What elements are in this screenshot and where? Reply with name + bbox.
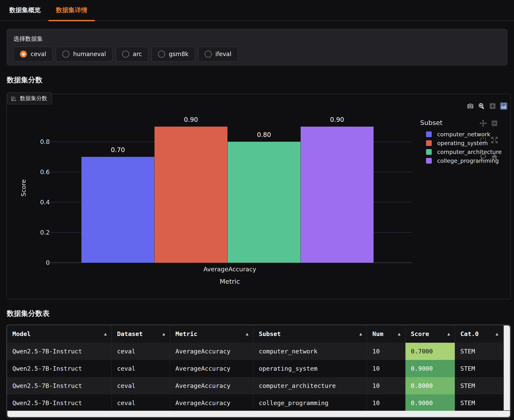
sort-arrow-icon[interactable]: ▲ bbox=[398, 331, 401, 337]
cell-score: 0.9000 bbox=[405, 394, 455, 412]
score-plot-panel: 数据集分数 bbox=[7, 94, 511, 299]
legend-item-computer_network[interactable]: computer_network bbox=[420, 130, 514, 139]
camera-icon[interactable] bbox=[466, 102, 474, 110]
cell-subset: operating_system bbox=[253, 360, 367, 377]
zoom-in-icon[interactable] bbox=[489, 102, 497, 110]
bar-value-label: 0.90 bbox=[301, 116, 373, 123]
radio-option-label: arc bbox=[133, 51, 142, 58]
cell-subset: computer_network bbox=[253, 343, 367, 360]
table-vertical-scrollbar[interactable] bbox=[504, 325, 510, 410]
radio-option-arc[interactable]: arc bbox=[116, 47, 149, 61]
sort-arrow-icon[interactable]: ▲ bbox=[246, 331, 249, 337]
plot-modebar bbox=[466, 102, 508, 110]
dataset-selector-panel: 选择数据集 cevalhumanevalarcgsm8kifeval bbox=[7, 29, 507, 66]
y-tick-label: 0.6 bbox=[30, 168, 50, 176]
legend-swatch bbox=[426, 140, 432, 146]
column-header-subset[interactable]: Subset▲ bbox=[253, 325, 367, 343]
cell-dataset: ceval bbox=[112, 360, 170, 377]
cell-metric: AverageAccuracy bbox=[170, 343, 253, 360]
cell-score: 0.8000 bbox=[405, 377, 455, 394]
column-header-cat0[interactable]: Cat.0▲ bbox=[455, 325, 503, 343]
column-header-label: Num bbox=[372, 330, 383, 338]
sort-arrow-icon[interactable]: ▲ bbox=[163, 331, 165, 337]
cell-metric: AverageAccuracy bbox=[170, 360, 253, 377]
legend-item-college_programming[interactable]: college_programming bbox=[420, 156, 514, 165]
bar-value-label: 0.80 bbox=[228, 131, 300, 138]
radio-option-ceval[interactable]: ceval bbox=[14, 47, 53, 61]
table-header-row: Model▲Dataset▲Metric▲Subset▲Num▲Score▲Ca… bbox=[7, 325, 503, 343]
y-axis-title: Score bbox=[20, 167, 27, 209]
zoom-box-icon[interactable] bbox=[477, 102, 485, 110]
radio-option-label: ifeval bbox=[216, 51, 231, 58]
cell-model: Qwen2.5-7B-Instruct bbox=[7, 394, 112, 412]
bar-college_programming bbox=[301, 127, 373, 263]
radio-option-ifeval[interactable]: ifeval bbox=[198, 47, 238, 61]
radio-circle-icon bbox=[20, 51, 27, 58]
y-tick-label: 0.8 bbox=[30, 138, 50, 146]
sort-arrow-icon[interactable]: ▲ bbox=[359, 331, 362, 337]
column-header-label: Score bbox=[411, 330, 429, 338]
chart-settings-icon[interactable] bbox=[500, 102, 508, 110]
column-header-dataset[interactable]: Dataset▲ bbox=[112, 325, 170, 343]
table-row: Qwen2.5-7B-InstructcevalAverageAccuracyc… bbox=[7, 394, 503, 412]
cell-num: 10 bbox=[367, 343, 405, 360]
radio-circle-icon bbox=[62, 51, 69, 58]
column-header-label: Metric bbox=[176, 330, 198, 338]
sort-arrow-icon[interactable]: ▲ bbox=[447, 331, 450, 337]
cell-num: 10 bbox=[367, 394, 405, 412]
legend-items: computer_networkoperating_systemcomputer… bbox=[420, 130, 514, 165]
cell-cat0: STEM bbox=[455, 343, 503, 360]
legend-item-label: computer_architecture bbox=[437, 149, 502, 155]
score-section-heading: 数据集分数 bbox=[7, 75, 42, 85]
sort-arrow-icon[interactable]: ▲ bbox=[496, 331, 499, 337]
radio-dot bbox=[22, 53, 25, 55]
legend-swatch bbox=[426, 158, 432, 164]
table-section-heading: 数据集分数表 bbox=[7, 309, 50, 318]
cell-dataset: ceval bbox=[112, 343, 170, 360]
cell-metric: AverageAccuracy bbox=[170, 377, 253, 394]
legend-swatch bbox=[426, 131, 432, 137]
legend-item-label: operating_system bbox=[437, 140, 488, 146]
cell-cat0: STEM bbox=[455, 360, 503, 377]
radio-circle-icon bbox=[158, 51, 165, 58]
table-row: Qwen2.5-7B-InstructcevalAverageAccuracyo… bbox=[7, 360, 503, 377]
x-axis-title: Metric bbox=[47, 278, 412, 285]
column-header-model[interactable]: Model▲ bbox=[7, 325, 112, 343]
cell-cat0: STEM bbox=[455, 377, 503, 394]
column-header-num[interactable]: Num▲ bbox=[367, 325, 405, 343]
dataset-selector-label: 选择数据集 bbox=[14, 35, 500, 43]
radio-option-gsm8k[interactable]: gsm8k bbox=[152, 47, 195, 61]
cell-dataset: ceval bbox=[112, 377, 170, 394]
tab-dataset-overview[interactable]: 数据集概览 bbox=[2, 0, 48, 20]
cell-dataset: ceval bbox=[112, 394, 170, 412]
plot-tab-label: 数据集分数 bbox=[7, 92, 52, 104]
bar-value-label: 0.70 bbox=[82, 146, 154, 154]
column-header-score[interactable]: Score▲ bbox=[405, 325, 455, 343]
plot-legend: Subset computer_networkoperating_systemc… bbox=[420, 119, 514, 165]
table-row: Qwen2.5-7B-InstructcevalAverageAccuracyc… bbox=[7, 377, 503, 394]
table-horizontal-scrollbar[interactable] bbox=[7, 411, 510, 417]
sort-arrow-icon[interactable]: ▲ bbox=[104, 331, 107, 337]
plot-tab-text: 数据集分数 bbox=[20, 95, 47, 102]
legend-title: Subset bbox=[420, 119, 514, 127]
radio-circle-icon bbox=[122, 51, 129, 58]
cell-model: Qwen2.5-7B-Instruct bbox=[7, 377, 112, 394]
bar-computer_network bbox=[82, 157, 154, 263]
radio-option-label: humaneval bbox=[73, 51, 106, 58]
x-tick-label: AverageAccuracy bbox=[47, 266, 412, 273]
legend-item-operating_system[interactable]: operating_system bbox=[420, 139, 514, 147]
bar-operating_system bbox=[155, 127, 227, 263]
tab-dataset-details[interactable]: 数据集详情 bbox=[48, 0, 95, 20]
plot-area: 0.700.900.800.90 bbox=[47, 112, 412, 263]
column-header-metric[interactable]: Metric▲ bbox=[170, 325, 253, 343]
y-tick-label: 0.4 bbox=[30, 198, 50, 206]
table-row: Qwen2.5-7B-InstructcevalAverageAccuracyc… bbox=[7, 343, 503, 360]
legend-item-computer_architecture[interactable]: computer_architecture bbox=[420, 147, 514, 156]
bar-value-label: 0.90 bbox=[155, 116, 227, 123]
legend-item-label: college_programming bbox=[437, 158, 499, 164]
scatter-plot-icon bbox=[11, 95, 17, 102]
legend-item-label: computer_network bbox=[437, 131, 490, 138]
legend-swatch bbox=[426, 149, 432, 155]
y-tick-label: 0.2 bbox=[30, 229, 50, 236]
radio-option-humaneval[interactable]: humaneval bbox=[56, 47, 112, 61]
